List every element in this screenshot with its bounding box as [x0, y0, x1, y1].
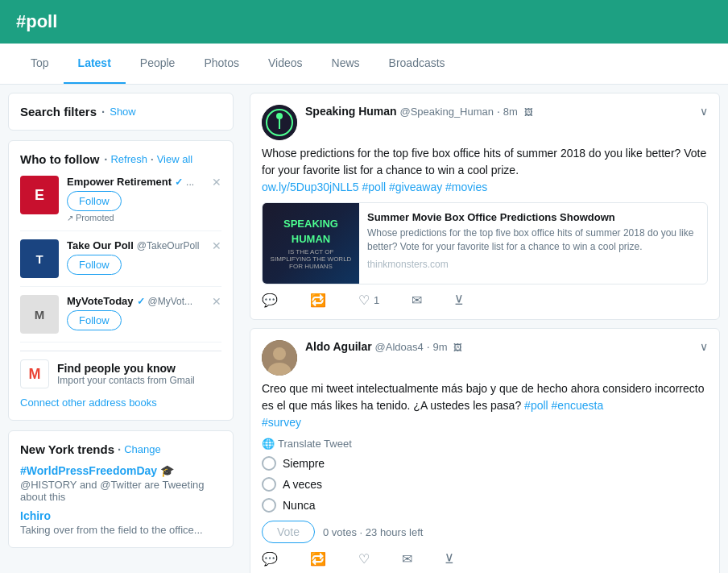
tweet-handle-1: @Speaking_Human — [399, 106, 494, 118]
tweet-embed-content-1: Summer Movie Box Office Predictions Show… — [359, 203, 707, 284]
follow-button-myvotetoday[interactable]: Follow — [67, 310, 122, 330]
close-myvotetoday[interactable]: ✕ — [212, 295, 221, 308]
poll-option-nunca: Nunca — [262, 498, 708, 513]
tweet-hashtag-2-poll[interactable]: #poll — [524, 399, 548, 412]
poll-radio-nunca[interactable] — [262, 498, 276, 513]
page-title: #poll — [16, 11, 712, 32]
tweet-author-2[interactable]: Aldo Aguilar — [305, 340, 372, 353]
tweet-author-1[interactable]: Speaking Human — [305, 105, 397, 118]
tweet-time-2: 9m — [432, 341, 447, 353]
trends-change[interactable]: Change — [124, 443, 161, 455]
tweet-chevron-1[interactable]: ∨ — [700, 105, 708, 118]
mail-action-1[interactable]: ✉ — [412, 293, 422, 308]
tab-videos[interactable]: Videos — [254, 44, 317, 84]
who-to-follow-refresh[interactable]: Refresh — [110, 153, 147, 165]
like-count-1: 1 — [374, 294, 379, 306]
tweet-card-1: Speaking Human @Speaking_Human · 8m 🖼 ∨ … — [250, 93, 720, 320]
poll-label-nunca: Nunca — [283, 499, 315, 512]
bookmark-action-1[interactable]: ⊻ — [454, 293, 464, 308]
follow-info-empower: Empower Retirement ✓ ... Follow ↗ Promot… — [67, 176, 221, 222]
close-takeourpoll[interactable]: ✕ — [212, 239, 221, 252]
tweet-time-1: 8m — [503, 106, 518, 118]
like-action-1[interactable]: ♡ 1 — [358, 293, 379, 308]
tweet-chevron-2[interactable]: ∨ — [700, 340, 708, 353]
bookmark-action-2[interactable]: ⊻ — [445, 551, 454, 567]
follow-item-takeourpoll: T Take Our Poll @TakeOurPoll Follow ✕ — [20, 239, 221, 287]
who-to-follow-viewall[interactable]: View all — [157, 153, 193, 165]
header: #poll — [0, 0, 728, 44]
bookmark-icon-2: ⊻ — [445, 551, 454, 567]
bookmark-icon-1: ⊻ — [454, 293, 464, 308]
reply-action-2[interactable]: 💬 — [262, 551, 278, 567]
trend-person-ichiro[interactable]: Ichiro — [20, 509, 221, 522]
tab-latest[interactable]: Latest — [64, 44, 126, 84]
who-to-follow-dot: · — [104, 152, 107, 166]
connect-address-books-link[interactable]: Connect other address books — [20, 397, 221, 409]
tweet-body-1: Whose predictions for the top five box o… — [262, 145, 708, 196]
follow-item-empower: E Empower Retirement ✓ ... Follow ↗ Prom… — [20, 176, 221, 231]
tweet-embed-1[interactable]: SPEAKING HUMAN IS THE ACT OFSIMPLIFYING … — [262, 202, 708, 284]
retweet-action-2[interactable]: 🔁 — [310, 551, 326, 567]
reply-action-1[interactable]: 💬 — [262, 293, 278, 308]
avatar-myvotetoday: M — [20, 295, 59, 334]
trends-section: New York trends · Change #WorldPressFree… — [8, 430, 234, 548]
tweet-meta-2: Aldo Aguilar @Aldoas4 · 9m 🖼 — [305, 340, 700, 353]
trend-hashtag-worldpress[interactable]: #WorldPressFreedomDay 🎓 — [20, 464, 174, 477]
tweet-link-1[interactable]: ow.ly/5Dup30jNLL5 — [262, 181, 359, 193]
search-filters-show[interactable]: Show — [110, 106, 136, 118]
poll-radio-siempre[interactable] — [262, 456, 276, 471]
reply-icon-1: 💬 — [262, 293, 278, 308]
poll-radio-aveces[interactable] — [262, 477, 276, 492]
sidebar: Search filters · Show Who to follow · Re… — [0, 93, 242, 573]
svg-point-2 — [276, 113, 283, 119]
like-icon-2: ♡ — [358, 551, 370, 567]
close-empower[interactable]: ✕ — [212, 176, 221, 189]
find-people-subtitle: Import your contacts from Gmail — [57, 375, 195, 386]
poll-vote-row: Vote 0 votes · 23 hours left — [262, 521, 708, 543]
tweet-hashtag-1-movies[interactable]: #movies — [445, 181, 487, 193]
mail-icon-1: ✉ — [412, 293, 422, 308]
tweet-meta-1: Speaking Human @Speaking_Human · 8m 🖼 — [305, 105, 700, 118]
tweet-hashtag-1-giveaway[interactable]: #giveaway — [389, 181, 442, 193]
trends-label: New York trends — [20, 442, 114, 456]
avatar-aldo — [262, 340, 297, 376]
retweet-icon-1: 🔁 — [310, 293, 326, 308]
follow-button-empower[interactable]: Follow — [67, 191, 122, 211]
promoted-icon: ↗ — [67, 214, 73, 222]
tweet-hashtag-1-poll[interactable]: #poll — [362, 181, 387, 193]
tweet-embed-img-1: SPEAKING HUMAN IS THE ACT OFSIMPLIFYING … — [263, 203, 359, 284]
tab-news[interactable]: News — [317, 44, 374, 84]
tweet-embed-domain-1: thinkmonsters.com — [367, 259, 699, 270]
search-filters-label: Search filters — [20, 105, 97, 118]
retweet-action-1[interactable]: 🔁 — [310, 293, 326, 308]
who-to-follow-label: Who to follow — [20, 152, 99, 166]
follow-name-empower: Empower Retirement ✓ ... — [67, 176, 221, 188]
avatar-speaking-human — [262, 105, 297, 140]
avatar-empower: E — [20, 176, 59, 214]
like-action-2[interactable]: ♡ — [358, 551, 370, 567]
tweet-hashtag-2-survey[interactable]: #survey — [262, 416, 301, 429]
tweet-handle-2: @Aldoas4 — [375, 341, 424, 353]
follow-button-takeourpoll[interactable]: Follow — [67, 255, 122, 275]
mail-icon-2: ✉ — [402, 551, 412, 567]
poll-options-2: Siempre A veces Nunca — [262, 456, 708, 513]
mail-action-2[interactable]: ✉ — [402, 551, 412, 567]
follow-item-myvotetoday: M MyVoteToday ✓ @MyVot... Follow ✕ — [20, 295, 221, 343]
tab-top[interactable]: Top — [16, 44, 64, 84]
poll-label-siempre: Siempre — [283, 457, 325, 470]
search-filters-section: Search filters · Show — [8, 93, 234, 131]
svg-point-5 — [273, 347, 286, 360]
like-icon-1: ♡ — [358, 293, 370, 308]
tab-broadcasts[interactable]: Broadcasts — [374, 44, 460, 84]
translate-tweet[interactable]: 🌐 Translate Tweet — [262, 438, 708, 450]
search-filters-dot: · — [101, 105, 105, 118]
tab-people[interactable]: People — [126, 44, 190, 84]
trend-desc-worldpress: @HISTORY and @Twitter are Tweeting about… — [20, 479, 221, 503]
tab-photos[interactable]: Photos — [189, 44, 254, 84]
vote-button[interactable]: Vote — [262, 521, 315, 543]
avatar-takeourpoll: T — [20, 239, 59, 278]
tweet-hashtag-2-encuesta[interactable]: #encuesta — [552, 399, 604, 412]
media-icon-1: 🖼 — [524, 107, 533, 117]
poll-label-aveces: A veces — [283, 478, 322, 491]
globe-icon: 🌐 — [262, 438, 275, 450]
